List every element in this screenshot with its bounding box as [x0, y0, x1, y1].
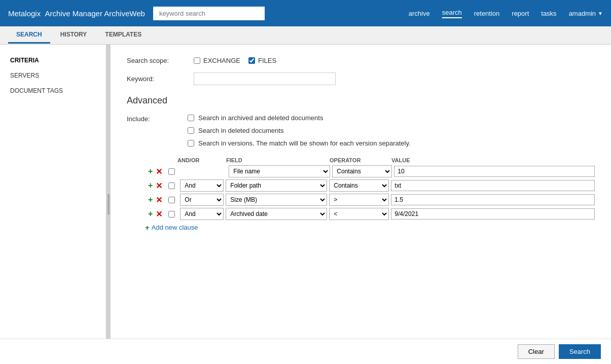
col-header-andor: AND/OR	[177, 157, 224, 163]
include-row: Include: Search in archived and deleted …	[127, 114, 595, 147]
clause-4-add-button[interactable]: +	[147, 209, 154, 219]
exchange-label: EXCHANGE	[203, 57, 240, 64]
clause-3-field-select[interactable]: File name Folder path Size (MB) Archived…	[226, 194, 327, 206]
keyword-search-input[interactable]	[153, 7, 265, 20]
search-scope-label: Search scope:	[127, 57, 188, 64]
clause-row-1: + ✕ File name Folder path Size (MB) Arch…	[127, 165, 595, 177]
nav-tasks[interactable]: tasks	[541, 10, 556, 17]
tab-search[interactable]: SEARCH	[8, 27, 50, 44]
keyword-row: Keyword:	[127, 72, 595, 85]
clause-4-actions: + ✕	[147, 209, 163, 219]
header: Metalogix Archive Manager ArchiveWeb arc…	[0, 0, 611, 26]
clause-2-andor-select[interactable]: And Or	[180, 179, 224, 192]
clause-4-andor-select[interactable]: And Or	[180, 208, 224, 220]
content-area: Search scope: EXCHANGE FILES Keyword: Ad…	[111, 45, 611, 364]
search-scope-row: Search scope: EXCHANGE FILES	[127, 57, 595, 64]
nav-archive[interactable]: archive	[409, 10, 430, 17]
files-checkbox[interactable]	[248, 57, 255, 64]
include-archived-deleted-text: Search in archived and deleted documents	[198, 114, 323, 122]
clause-row-2: + ✕ And Or File name Folder path Size (M…	[127, 179, 595, 192]
clause-3-remove-button[interactable]: ✕	[155, 195, 163, 205]
clause-2-field-select[interactable]: File name Folder path Size (MB) Archived…	[226, 179, 327, 192]
clause-3-checkbox[interactable]	[168, 197, 175, 203]
clause-4-field-select[interactable]: File name Folder path Size (MB) Archived…	[226, 208, 327, 220]
search-button[interactable]: Search	[559, 344, 601, 359]
clause-1-add-button[interactable]: +	[147, 167, 154, 176]
files-label: FILES	[258, 57, 276, 64]
tabbar: SEARCH HISTORY TEMPLATES	[0, 26, 611, 45]
clause-3-actions: + ✕	[147, 195, 163, 205]
clause-1-checkbox[interactable]	[168, 168, 175, 175]
col-header-operator: OPERATOR	[330, 157, 389, 163]
include-deleted-text: Search in deleted documents	[198, 127, 283, 134]
keyword-label: Keyword:	[127, 75, 188, 83]
clause-2-operator-select[interactable]: Contains Does not contain Equals	[329, 179, 389, 192]
tab-templates[interactable]: TEMPLATES	[97, 27, 150, 44]
clause-3-andor-select[interactable]: And Or	[180, 194, 224, 206]
clause-4-checkbox[interactable]	[168, 211, 175, 217]
include-deleted-label[interactable]: Search in deleted documents	[188, 127, 411, 134]
clause-1-operator-select[interactable]: Contains Does not contain Equals	[332, 165, 392, 177]
clause-2-add-button[interactable]: +	[147, 181, 154, 190]
include-deleted-checkbox[interactable]	[188, 127, 194, 134]
keyword-field[interactable]	[194, 72, 336, 85]
clause-1-field-select[interactable]: File name Folder path Size (MB) Archived…	[229, 165, 330, 177]
tab-history[interactable]: HISTORY	[52, 27, 95, 44]
clause-1-value-input[interactable]	[394, 166, 595, 177]
clause-3-value-input[interactable]	[391, 194, 595, 205]
brand-name: Metalogix	[8, 9, 41, 18]
sidebar-item-criteria[interactable]: CRITERIA	[0, 53, 106, 68]
add-clause-plus-icon: +	[145, 223, 150, 232]
clear-button[interactable]: Clear	[518, 344, 555, 359]
clause-1-remove-button[interactable]: ✕	[155, 167, 163, 176]
clause-3-operator-select[interactable]: > < = >= <=	[329, 194, 389, 206]
clause-2-checkbox[interactable]	[168, 183, 175, 189]
clause-4-remove-button[interactable]: ✕	[155, 209, 163, 219]
clause-4-operator-select[interactable]: > < = >= <=	[329, 208, 389, 220]
include-versions-text: Search in versions. The match will be sh…	[198, 139, 411, 147]
clause-3-add-button[interactable]: +	[147, 195, 154, 204]
exchange-checkbox[interactable]	[194, 57, 200, 64]
bottom-bar: Clear Search	[0, 339, 611, 364]
nav-search[interactable]: search	[442, 9, 462, 18]
header-nav: archive search retention report tasks am…	[409, 9, 603, 18]
clause-2-actions: + ✕	[147, 181, 163, 191]
include-options-group: Search in archived and deleted documents…	[188, 114, 411, 147]
clause-4-value-input[interactable]	[391, 208, 595, 220]
scope-group: EXCHANGE FILES	[194, 57, 276, 64]
brand-logo: Metalogix Archive Manager ArchiveWeb	[8, 9, 145, 18]
clause-2-value-input[interactable]	[391, 180, 595, 191]
add-new-clause-link[interactable]: + Add new clause	[127, 223, 595, 232]
advanced-title: Advanced	[127, 95, 595, 106]
clause-row-3: + ✕ And Or File name Folder path Size (M…	[127, 194, 595, 206]
col-header-field: FIELD	[226, 157, 328, 163]
nav-retention[interactable]: retention	[474, 10, 500, 17]
include-label: Include:	[127, 114, 188, 123]
clause-1-actions: + ✕	[147, 167, 163, 176]
files-checkbox-label[interactable]: FILES	[248, 57, 276, 64]
include-versions-checkbox[interactable]	[188, 140, 194, 147]
nav-admin[interactable]: amadmin	[569, 10, 603, 17]
app-title: Archive Manager ArchiveWeb	[45, 9, 145, 18]
resize-handle[interactable]	[106, 45, 111, 364]
include-archived-deleted-checkbox[interactable]	[188, 115, 194, 121]
drag-bar-visual	[107, 194, 110, 214]
sidebar: CRITERIA SERVERS DOCUMENT TAGS	[0, 45, 106, 364]
clause-row-4: + ✕ And Or File name Folder path Size (M…	[127, 208, 595, 220]
include-versions-label[interactable]: Search in versions. The match will be sh…	[188, 139, 411, 147]
nav-report[interactable]: report	[512, 10, 529, 17]
include-archived-deleted-label[interactable]: Search in archived and deleted documents	[188, 114, 411, 122]
main-layout: CRITERIA SERVERS DOCUMENT TAGS Search sc…	[0, 45, 611, 364]
add-clause-label: Add new clause	[152, 224, 198, 231]
sidebar-item-servers[interactable]: SERVERS	[0, 68, 106, 83]
exchange-checkbox-label[interactable]: EXCHANGE	[194, 57, 240, 64]
sidebar-item-document-tags[interactable]: DOCUMENT TAGS	[0, 83, 106, 98]
clauses-section: AND/OR FIELD OPERATOR VALUE + ✕ File nam…	[127, 157, 595, 232]
col-header-value: VALUE	[391, 157, 410, 163]
clause-2-remove-button[interactable]: ✕	[155, 181, 163, 191]
